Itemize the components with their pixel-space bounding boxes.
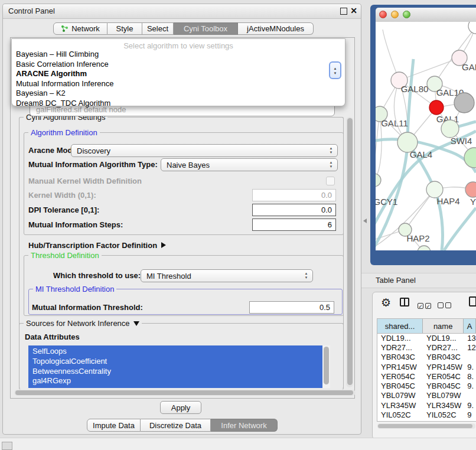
tab-cyni-toolbox[interactable]: Cyni Toolbox xyxy=(174,22,238,35)
table-header-row: shared...nameA xyxy=(377,319,476,334)
zoom-traffic-light-icon[interactable] xyxy=(403,11,410,18)
dpi-tolerance-input[interactable]: 0.0 xyxy=(252,204,336,216)
table-row[interactable]: YPR145WYPR145W9. xyxy=(377,362,476,371)
tab-select[interactable]: Select xyxy=(142,22,174,35)
network-node-label: GAL11 xyxy=(381,118,408,128)
table-cell: 9. xyxy=(464,363,476,371)
mi-threshold-definition-title: MI Threshold Definition xyxy=(33,285,116,294)
table-cell: YPR145W xyxy=(423,363,464,371)
network-node-gal1[interactable] xyxy=(429,100,444,115)
table-cell: 9. xyxy=(464,381,476,390)
column-header[interactable]: name xyxy=(423,319,464,333)
which-threshold-combo[interactable]: MI Threshold ▲▼ xyxy=(141,269,313,282)
mi-algorithm-type-label: Mutual Information Algorithm Type: xyxy=(28,158,158,171)
network-node[interactable] xyxy=(468,22,476,34)
table-cell: YER054C xyxy=(377,372,423,381)
attribute-item[interactable]: SelfLoops xyxy=(32,347,67,356)
manual-kernel-width-checkbox[interactable] xyxy=(326,177,335,185)
tab-style[interactable]: Style xyxy=(107,22,142,35)
function-builder-icon[interactable] xyxy=(469,296,476,306)
table-cell: 8. xyxy=(464,372,476,381)
control-panel-titlebar: Control Panel ✕ xyxy=(3,4,361,19)
algorithm-option[interactable]: Bayesian – Hill Climbing xyxy=(16,50,99,58)
corner-widget-icon[interactable] xyxy=(2,442,12,450)
status-strip xyxy=(0,438,476,450)
table-row[interactable]: YLR345WYLR345W9. xyxy=(377,400,476,410)
control-panel-title: Control Panel xyxy=(8,6,55,15)
float-window-icon[interactable] xyxy=(340,8,347,15)
table-panel-titlebar: Table Panel xyxy=(361,273,476,288)
table-row[interactable]: YDL19...YDL19...13 xyxy=(377,333,476,343)
tab-jactivemnodules[interactable]: jActiveMNodules xyxy=(238,22,314,35)
scrollbar-thumb[interactable] xyxy=(324,347,329,384)
panel-splitter-arrow[interactable] xyxy=(363,219,367,223)
kernel-width-input[interactable]: 0.0 xyxy=(252,189,336,201)
deselect-all-checkboxes-icon[interactable] xyxy=(438,300,453,311)
table-panel-title: Table Panel xyxy=(376,276,416,285)
tab-discretize-data[interactable]: Discretize Data xyxy=(141,419,211,432)
network-node-y[interactable] xyxy=(465,182,476,197)
network-node[interactable] xyxy=(464,148,476,168)
sources-title[interactable]: Sources for Network Inference xyxy=(24,319,142,328)
table-cell: YBL079W xyxy=(377,391,423,400)
algorithm-option[interactable]: Basic Correlation Inference xyxy=(16,60,109,69)
table-row[interactable]: YBL079WYBL079W xyxy=(377,391,476,400)
attribute-item[interactable]: TopologicalCoefficient xyxy=(32,357,107,366)
settings-vertical-scrollbar[interactable] xyxy=(346,117,353,387)
column-view-icon[interactable] xyxy=(400,298,409,306)
column-header[interactable]: A xyxy=(464,319,476,333)
settings-horizontal-scrollbar[interactable] xyxy=(14,390,356,396)
select-all-checkboxes-icon[interactable]: ✓✓ xyxy=(418,300,433,311)
table-cell: YLR345W xyxy=(377,401,423,410)
hub-definition-expander[interactable]: Hub/Transcription Factor Definition xyxy=(28,241,166,250)
table-cell: YDR27... xyxy=(377,343,423,352)
algorithm-option[interactable]: ARACNE Algorithm xyxy=(16,69,87,78)
table-row[interactable]: YBR045CYBR045C9. xyxy=(377,381,476,390)
network-node[interactable] xyxy=(454,93,474,113)
tab-impute-data[interactable]: Impute Data xyxy=(87,419,141,432)
network-node-label: GCY1 xyxy=(376,197,397,207)
network-node-hap4[interactable] xyxy=(426,181,443,198)
scrollbar-thumb[interactable] xyxy=(378,424,472,428)
scrollbar-thumb[interactable] xyxy=(347,118,353,385)
network-node-gcy1[interactable] xyxy=(376,174,381,187)
table-row[interactable]: YDR27...YDR27...12 xyxy=(377,343,476,352)
close-icon[interactable]: ✕ xyxy=(350,6,357,15)
column-header[interactable]: shared... xyxy=(377,319,423,333)
threshold-definition-title: Threshold Definition xyxy=(28,251,102,260)
attribute-item[interactable]: gal4RGexp xyxy=(32,376,71,385)
table-horizontal-scrollbar[interactable] xyxy=(377,423,475,429)
table-cell: 13 xyxy=(464,334,476,343)
attribute-item[interactable]: BetweennessCentrality xyxy=(32,367,111,376)
tab-infer-network[interactable]: Infer Network xyxy=(211,419,278,432)
algorithm-option[interactable]: Bayesian – K2 xyxy=(16,89,66,97)
algorithm-combo-stepper[interactable]: ▲▼ xyxy=(329,61,341,79)
algorithm-option[interactable]: Mutual Information Inference xyxy=(16,79,113,88)
cyni-bottom-tabbar: Impute Data Discretize Data Infer Networ… xyxy=(87,419,278,432)
tab-network[interactable]: Network xyxy=(53,22,107,35)
table-cell: YBR045C xyxy=(423,381,464,390)
mi-steps-input[interactable]: 6 xyxy=(252,219,336,231)
network-node-swi4[interactable] xyxy=(441,120,459,138)
data-attributes-list[interactable]: SelfLoopsTopologicalCoefficientBetweenne… xyxy=(28,345,330,388)
close-traffic-light-icon[interactable] xyxy=(379,11,387,18)
apply-button[interactable]: Apply xyxy=(160,401,201,414)
algorithm-popup: Select algorithm to view settings Bayesi… xyxy=(11,38,345,106)
algorithm-option[interactable]: Dream8 DC_TDC Algorithm xyxy=(16,99,110,107)
aracne-mode-combo[interactable]: Discovery ▲▼ xyxy=(71,144,338,157)
network-edge xyxy=(444,208,476,250)
scrollbar-thumb[interactable] xyxy=(15,390,353,395)
minimize-traffic-light-icon[interactable] xyxy=(391,11,399,18)
table-cell: 9 xyxy=(464,410,476,419)
settings-gear-icon[interactable]: ⚙ xyxy=(381,296,391,309)
network-canvas[interactable]: GALGAL80GAL10GAL1GAL11SWI4GAL4GCY1HAP4YH… xyxy=(376,22,476,250)
mi-algorithm-type-combo[interactable]: Naive Bayes ▲▼ xyxy=(161,158,338,171)
mi-threshold-input[interactable]: 0.5 xyxy=(249,301,334,314)
attribute-list-scrollbar[interactable] xyxy=(322,345,330,388)
network-view-window[interactable]: GALGAL80GAL10GAL1GAL11SWI4GAL4GCY1HAP4YH… xyxy=(370,5,476,265)
table-row[interactable]: YER054CYER054C8. xyxy=(377,371,476,381)
control-panel-window: Control Panel ✕ Network Style Select Cyn… xyxy=(2,4,361,435)
screen: Control Panel ✕ Network Style Select Cyn… xyxy=(0,0,476,450)
table-row[interactable]: YIL052CYIL052C9 xyxy=(377,410,476,419)
table-row[interactable]: YBR043CYBR043C xyxy=(377,353,476,362)
